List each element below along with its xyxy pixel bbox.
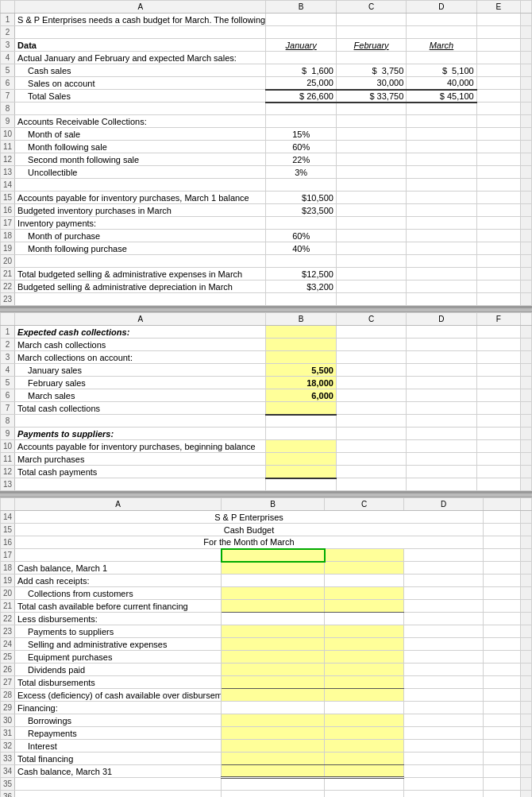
r22-a: Budgeted selling & administrative deprec…	[15, 280, 266, 293]
b24-b	[222, 638, 325, 651]
table-row: 1 S & P Enterprises needs a cash budget …	[1, 14, 532, 26]
m9-c	[336, 428, 406, 440]
r1-e	[476, 14, 520, 26]
r7-a: Total Sales	[15, 90, 266, 103]
b28-c	[325, 689, 404, 702]
b24-c	[325, 638, 404, 651]
m3-d	[407, 351, 476, 364]
b18-a: Cash balance, March 1	[15, 562, 222, 575]
m5-e	[476, 377, 520, 389]
b31-a: Repayments	[15, 727, 222, 740]
b30-d	[404, 714, 484, 727]
b18-d	[404, 562, 484, 575]
table-row: 20	[1, 255, 532, 268]
r11-b: 60%	[266, 141, 336, 153]
b17-a	[15, 549, 222, 562]
b18-b	[222, 562, 325, 575]
r4-a: Actual January and February and expected…	[15, 52, 266, 64]
table-row: 2	[1, 26, 532, 39]
b33-b	[222, 753, 325, 765]
table-row: 3 March collections on account:	[1, 351, 532, 364]
b31-b	[222, 727, 325, 740]
table-row: 11 Month following sale 60%	[1, 141, 532, 153]
b24-a: Selling and administrative expenses	[15, 638, 222, 651]
m10-b	[266, 440, 336, 453]
bottom-col-header-row: A B C D	[1, 498, 532, 511]
m3-e	[476, 351, 520, 364]
middle-col-header-row: A B C D F	[1, 313, 532, 326]
table-row: 1 Expected cash collections:	[1, 326, 532, 339]
b17-c	[325, 549, 404, 562]
b19-d	[404, 575, 484, 587]
b19-a: Add cash receipts:	[15, 575, 222, 587]
b28-b	[222, 689, 325, 702]
r18-a: Month of purchase	[15, 230, 266, 242]
b34-a: Cash balance, March 31	[15, 765, 222, 778]
r18-b: 60%	[266, 230, 336, 242]
r11-a: Month following sale	[15, 141, 266, 153]
b31-c	[325, 727, 404, 740]
r16-a: Budgeted inventory purchases in March	[15, 204, 266, 217]
r1-b	[266, 14, 336, 26]
r21-a: Total budgeted selling & administrative …	[15, 268, 266, 280]
m4-b: 5,500	[266, 364, 336, 377]
b27-b	[222, 676, 325, 689]
r5-a: Cash sales	[15, 64, 266, 77]
b25-a: Equipment purchases	[15, 651, 222, 664]
r22-b: $3,200	[266, 280, 336, 293]
b17-d	[404, 549, 484, 562]
b26-d	[404, 664, 484, 676]
mid-col-header-b: B	[266, 313, 336, 326]
b27-d	[404, 676, 484, 689]
table-row: 17 Inventory payments:	[1, 217, 532, 230]
table-row: 9 Payments to suppliers:	[1, 428, 532, 440]
r12-a: Second month following sale	[15, 153, 266, 166]
b20-c	[325, 587, 404, 600]
m2-e	[476, 339, 520, 351]
table-row: 31 Repayments	[1, 727, 532, 740]
table-row: 34 Cash balance, March 31	[1, 765, 532, 778]
table-row: 9 Accounts Receivable Collections:	[1, 115, 532, 128]
table-row: 23	[1, 293, 532, 306]
m6-d	[407, 389, 476, 402]
table-row: 19 Month following purchase 40%	[1, 242, 532, 255]
m1-b	[266, 326, 336, 339]
r5-c: $ 3,750	[336, 64, 406, 77]
mid-col-header-a: A	[15, 313, 266, 326]
table-row: 15 Accounts payable for inventory purcha…	[1, 192, 532, 204]
m5-d	[407, 377, 476, 389]
b32-c	[325, 740, 404, 753]
m5-a: February sales	[15, 377, 266, 389]
m6-a: March sales	[15, 389, 266, 402]
corner-cell-mid	[1, 313, 15, 326]
m1-d	[407, 326, 476, 339]
m10-a: Accounts payable for inventory purchases…	[15, 440, 266, 453]
b20-b	[222, 587, 325, 600]
b29-d	[404, 702, 484, 714]
mid-col-header-f: F	[476, 313, 520, 326]
b32-a: Interest	[15, 740, 222, 753]
table-row: 18 Month of purchase 60%	[1, 230, 532, 242]
b26-b	[222, 664, 325, 676]
b28-d	[404, 689, 484, 702]
table-row: 5 Cash sales $ 1,600 $ 3,750 $ 5,100	[1, 64, 532, 77]
b15-a: Cash Budget	[15, 524, 484, 536]
table-row: 7 Total cash collections	[1, 402, 532, 415]
r5-b: $ 1,600	[266, 64, 336, 77]
table-row: 11 March purchases	[1, 453, 532, 466]
b21-c	[325, 600, 404, 613]
m1-c	[336, 326, 406, 339]
b25-d	[404, 651, 484, 664]
table-row: 4 Actual January and February and expect…	[1, 52, 532, 64]
table-row: 4 January sales 5,500	[1, 364, 532, 377]
m9-a: Payments to suppliers:	[15, 428, 266, 440]
b14-a: S & P Enterprises	[15, 511, 484, 524]
b29-b	[222, 702, 325, 714]
b33-c	[325, 753, 404, 765]
m6-e	[476, 389, 520, 402]
table-row: 26 Dividends paid	[1, 664, 532, 676]
b30-a: Borrowings	[15, 714, 222, 727]
m10-e	[476, 440, 520, 453]
b32-b	[222, 740, 325, 753]
b22-a: Less disbursements:	[15, 613, 222, 625]
